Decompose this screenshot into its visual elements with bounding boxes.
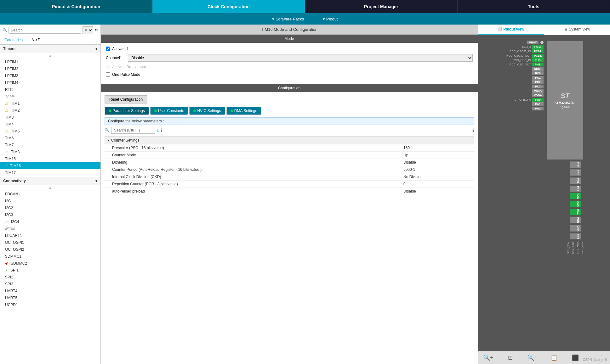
bottom-toolbar: 🔍+ ⊡ 🔍- 📋 ⬛ ⋮⋮ (478, 351, 610, 364)
nav-project-manager[interactable]: Project Manager (305, 0, 458, 13)
pin-pa2: PA2 (509, 107, 544, 110)
sidebar-item-lptim4[interactable]: LPTIM4 (0, 79, 100, 86)
section-connectivity[interactable]: Connectivity ▾ (0, 177, 100, 185)
tab-nvic-settings[interactable]: NVIC Settings (189, 107, 225, 115)
channel1-label: Channel1 (106, 56, 125, 60)
connectivity-items: FDCAN1 I2C1 I2C2 I2C3 I2C4 IRTIM LPUART1… (0, 190, 100, 309)
sidebar-item-i2c4[interactable]: I2C4 (0, 218, 100, 225)
activated-checkbox[interactable] (106, 47, 110, 51)
one-pulse-label[interactable]: One Pulse Mode (106, 72, 140, 77)
pin-pa4[interactable]: PA4 (570, 209, 581, 215)
tab-categories[interactable]: Categories (0, 36, 27, 44)
pinout-menu[interactable]: ▾ Pinout (323, 17, 338, 21)
break-input-checkbox[interactable] (106, 65, 110, 69)
param-prescaler[interactable]: Prescaler (PSC - 16 bits value) 160-1 (105, 144, 474, 152)
tab-az[interactable]: A->Z (27, 36, 44, 44)
section-timers[interactable]: Timers ▾ (0, 45, 100, 53)
sidebar-item-tim3[interactable]: TIM3 (0, 114, 100, 121)
mode-header: Mode (101, 35, 478, 43)
help-icon-1[interactable]: ℹ (157, 128, 159, 133)
sidebar-item-tim1[interactable]: TIM1 (0, 100, 100, 107)
sidebar-item-spi3[interactable]: SPI3 (0, 281, 100, 288)
one-pulse-checkbox[interactable] (106, 72, 110, 77)
pin-pb0[interactable]: PB0 (570, 161, 581, 168)
search-input[interactable] (9, 27, 81, 34)
sidebar-item-tim6[interactable]: TIM6 (0, 135, 100, 142)
pin-pc4[interactable]: PC4 (570, 177, 581, 184)
tab-dma-settings[interactable]: DMA Settings (226, 107, 261, 115)
tab-system-view[interactable]: 🖥 System view (544, 25, 610, 35)
nav-pinout-config[interactable]: Pinout & Configuration (0, 0, 152, 13)
params-search-input[interactable] (111, 127, 155, 134)
tab-pinout-view[interactable]: ⬜ Pinout view (478, 25, 544, 35)
sidebar-item-sdmmc2[interactable]: SDMMC2 (0, 260, 100, 267)
sidebar-item-irtim[interactable]: IRTIM (0, 225, 100, 232)
export-icon[interactable]: 📋 (548, 353, 560, 362)
sidebar-item-rtc[interactable]: RTC (0, 86, 100, 93)
info-icon[interactable]: ℹ (472, 128, 474, 133)
sidebar-item-spi1[interactable]: SPI1 (0, 267, 100, 274)
layout-icon[interactable]: ⬛ (569, 353, 581, 362)
channel1-select[interactable]: Disable Output Compare No Output PWM Gen… (128, 54, 473, 62)
sidebar-search-bar: 🔍 ▾ ⚙ (0, 25, 100, 36)
param-repetition-counter[interactable]: Repetition Counter (RCR - 8 bits value) … (105, 181, 474, 188)
pin-vss[interactable]: VSS (570, 225, 581, 232)
sidebar-item-spi2[interactable]: SPI2 (0, 274, 100, 281)
software-packs-menu[interactable]: ▾ Software Packs (272, 17, 304, 21)
sidebar-item-uart4[interactable]: UART4 (0, 288, 100, 294)
tab-user-constants[interactable]: User Constants (150, 107, 188, 115)
zoom-in-icon[interactable]: 🔍+ (481, 353, 496, 362)
one-pulse-row: One Pulse Mode (106, 72, 473, 77)
sidebar-item-i2c3[interactable]: I2C3 (0, 211, 100, 218)
sidebar-item-lpuart1[interactable]: LPUART1 (0, 232, 100, 239)
sidebar-item-tim7[interactable]: TIM7 (0, 142, 100, 148)
sidebar-item-tim15[interactable]: TIM15 (0, 155, 100, 162)
sidebar-item-i2c1[interactable]: I2C1 (0, 198, 100, 204)
sidebar-item-uart5[interactable]: UART5 (0, 294, 100, 301)
sidebar-item-tim2[interactable]: TIM2 (0, 107, 100, 114)
nav-clock-config[interactable]: Clock Configuration (152, 0, 305, 13)
sidebar-item-fdcan1[interactable]: FDCAN1 (0, 191, 100, 198)
tab-parameter-settings[interactable]: Parameter Settings (105, 107, 149, 115)
sidebar-item-lptim2[interactable]: LPTIM2 (0, 65, 100, 72)
search-dropdown[interactable]: ▾ (83, 26, 93, 34)
param-ckd[interactable]: Internal Clock Division (CKD) No Divisio… (105, 173, 474, 181)
pin-vbat: VBAT (504, 41, 544, 44)
param-auto-reload[interactable]: auto-reload preload Disable (105, 188, 474, 195)
sidebar-item-tim16[interactable]: ✓ TIM16 (0, 162, 100, 169)
sidebar-item-tim17[interactable]: TIM17 (0, 169, 100, 176)
section-connectivity-label: Connectivity (3, 179, 26, 183)
sidebar-item-i2c2[interactable]: I2C2 (0, 204, 100, 211)
sidebar-item-tim5[interactable]: TIM5 (0, 128, 100, 135)
help-icon-2[interactable]: ℹ (161, 128, 162, 133)
settings-icon[interactable]: ⚙ (94, 28, 98, 32)
sidebar-item-octospi1[interactable]: OCTOSPI1 (0, 239, 100, 246)
sidebar-item-ucpd1[interactable]: UCPD1 (0, 301, 100, 308)
nav-tools[interactable]: Tools (458, 0, 610, 13)
pin-pa1: PA1 (509, 102, 544, 106)
pin-pa7[interactable]: PA7 (570, 186, 581, 192)
param-counter-period[interactable]: Counter Period (AutoReload Register - 16… (105, 166, 474, 173)
sidebar-item-tamp[interactable]: TAMP (0, 93, 100, 100)
pin-vssa: VSSA (509, 89, 544, 93)
reset-configuration-button[interactable]: Reset Configuration (105, 95, 147, 104)
counter-settings-group[interactable]: ▾ Counter Settings (105, 136, 474, 144)
pin-vdd[interactable]: VDD (570, 217, 581, 223)
sidebar-item-lptim3[interactable]: LPTIM3 (0, 72, 100, 79)
sidebar-item-tim4[interactable]: TIM4 (0, 121, 100, 128)
sidebar-item-tim8[interactable]: TIM8 (0, 148, 100, 155)
fit-screen-icon[interactable]: ⊡ (505, 353, 515, 362)
sidebar-item-lptim1[interactable]: LPTIM1 (0, 59, 100, 65)
pin-pc5[interactable]: PC5 (570, 170, 581, 176)
counter-period-label: Counter Period (AutoReload Register - 16… (112, 167, 403, 172)
pin-pa3[interactable]: PA3 (570, 233, 581, 239)
sidebar-item-sdmmc1[interactable]: SDMMC1 (0, 253, 100, 260)
sidebar-item-octospi2[interactable]: OCTOSPI2 (0, 246, 100, 253)
param-counter-mode[interactable]: Counter Mode Up (105, 152, 474, 159)
activated-label[interactable]: Activated (106, 47, 128, 51)
pin-pa5[interactable]: PA5 (570, 201, 581, 207)
zoom-out-icon[interactable]: 🔍- (525, 353, 539, 362)
param-dithering[interactable]: Dithering Disable (105, 159, 474, 166)
counter-settings-label: Counter Settings (111, 138, 139, 143)
pin-pa6[interactable]: PA6 (570, 193, 581, 199)
